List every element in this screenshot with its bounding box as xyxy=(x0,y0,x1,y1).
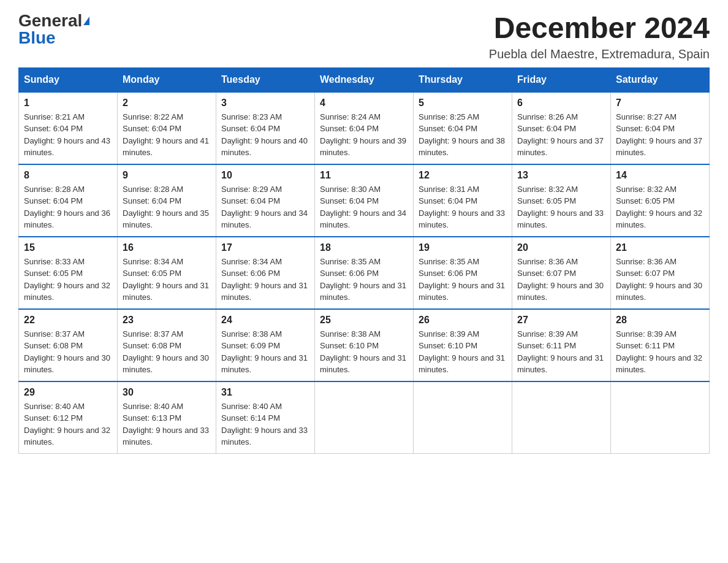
calendar-day-cell: 22 Sunrise: 8:37 AM Sunset: 6:08 PM Dayl… xyxy=(19,309,118,381)
calendar-day-cell: 27 Sunrise: 8:39 AM Sunset: 6:11 PM Dayl… xyxy=(512,309,611,381)
sunrise-label: Sunrise: 8:37 AM xyxy=(123,329,183,339)
sunrise-label: Sunrise: 8:22 AM xyxy=(123,112,183,121)
weekday-header-tuesday: Tuesday xyxy=(216,67,315,92)
sunset-label: Sunset: 6:12 PM xyxy=(24,413,83,423)
logo-blue: Blue xyxy=(18,28,56,47)
daylight-label: Daylight: 9 hours and 30 minutes. xyxy=(24,353,110,375)
day-number: 10 xyxy=(221,170,309,181)
sunrise-label: Sunrise: 8:29 AM xyxy=(221,185,282,194)
calendar-day-cell: 21 Sunrise: 8:36 AM Sunset: 6:07 PM Dayl… xyxy=(611,237,710,309)
calendar-day-cell: 3 Sunrise: 8:23 AM Sunset: 6:04 PM Dayli… xyxy=(216,92,315,164)
daylight-label: Daylight: 9 hours and 31 minutes. xyxy=(221,353,308,375)
sunrise-label: Sunrise: 8:30 AM xyxy=(320,185,381,194)
daylight-label: Daylight: 9 hours and 30 minutes. xyxy=(616,281,702,302)
calendar-day-cell: 9 Sunrise: 8:28 AM Sunset: 6:04 PM Dayli… xyxy=(118,164,216,237)
sunrise-label: Sunrise: 8:26 AM xyxy=(517,112,578,121)
logo-general: General xyxy=(18,12,82,29)
calendar-day-cell: 31 Sunrise: 8:40 AM Sunset: 6:14 PM Dayl… xyxy=(216,381,315,454)
day-info: Sunrise: 8:35 AM Sunset: 6:06 PM Dayligh… xyxy=(320,256,408,304)
calendar-week-row: 8 Sunrise: 8:28 AM Sunset: 6:04 PM Dayli… xyxy=(19,164,710,237)
sunset-label: Sunset: 6:10 PM xyxy=(320,341,379,350)
day-info: Sunrise: 8:35 AM Sunset: 6:06 PM Dayligh… xyxy=(419,256,507,304)
day-info: Sunrise: 8:29 AM Sunset: 6:04 PM Dayligh… xyxy=(221,183,309,231)
calendar-day-cell: 30 Sunrise: 8:40 AM Sunset: 6:13 PM Dayl… xyxy=(118,381,216,454)
day-info: Sunrise: 8:40 AM Sunset: 6:14 PM Dayligh… xyxy=(221,400,309,448)
day-info: Sunrise: 8:38 AM Sunset: 6:10 PM Dayligh… xyxy=(320,328,408,376)
sunrise-label: Sunrise: 8:40 AM xyxy=(221,402,282,411)
daylight-label: Daylight: 9 hours and 39 minutes. xyxy=(320,136,406,158)
logo: General Blue xyxy=(18,12,89,47)
day-number: 25 xyxy=(320,315,408,326)
calendar-day-cell: 2 Sunrise: 8:22 AM Sunset: 6:04 PM Dayli… xyxy=(118,92,216,164)
daylight-label: Daylight: 9 hours and 32 minutes. xyxy=(24,281,110,302)
title-block: December 2024 Puebla del Maestre, Extrem… xyxy=(489,12,710,61)
sunrise-label: Sunrise: 8:40 AM xyxy=(123,402,183,411)
daylight-label: Daylight: 9 hours and 33 minutes. xyxy=(221,426,308,447)
calendar-day-cell: 5 Sunrise: 8:25 AM Sunset: 6:04 PM Dayli… xyxy=(414,92,512,164)
day-number: 9 xyxy=(123,170,211,181)
calendar-week-row: 1 Sunrise: 8:21 AM Sunset: 6:04 PM Dayli… xyxy=(19,92,710,164)
day-number: 28 xyxy=(616,315,704,326)
day-info: Sunrise: 8:28 AM Sunset: 6:04 PM Dayligh… xyxy=(24,183,112,231)
calendar-day-cell xyxy=(315,381,414,454)
calendar-day-cell: 29 Sunrise: 8:40 AM Sunset: 6:12 PM Dayl… xyxy=(19,381,118,454)
calendar-day-cell: 10 Sunrise: 8:29 AM Sunset: 6:04 PM Dayl… xyxy=(216,164,315,237)
day-number: 22 xyxy=(24,315,112,326)
calendar-day-cell: 15 Sunrise: 8:33 AM Sunset: 6:05 PM Dayl… xyxy=(19,237,118,309)
day-info: Sunrise: 8:36 AM Sunset: 6:07 PM Dayligh… xyxy=(616,256,704,304)
sunset-label: Sunset: 6:04 PM xyxy=(320,124,379,133)
day-info: Sunrise: 8:22 AM Sunset: 6:04 PM Dayligh… xyxy=(123,111,211,159)
day-number: 21 xyxy=(616,242,704,253)
day-number: 13 xyxy=(517,170,605,181)
calendar-day-cell: 19 Sunrise: 8:35 AM Sunset: 6:06 PM Dayl… xyxy=(414,237,512,309)
sunset-label: Sunset: 6:08 PM xyxy=(24,341,83,350)
day-number: 12 xyxy=(419,170,507,181)
page-subtitle: Puebla del Maestre, Extremadura, Spain xyxy=(489,47,710,61)
calendar-day-cell: 4 Sunrise: 8:24 AM Sunset: 6:04 PM Dayli… xyxy=(315,92,414,164)
sunrise-label: Sunrise: 8:38 AM xyxy=(320,329,381,339)
daylight-label: Daylight: 9 hours and 34 minutes. xyxy=(221,209,308,230)
calendar-day-cell: 16 Sunrise: 8:34 AM Sunset: 6:05 PM Dayl… xyxy=(118,237,216,309)
sunrise-label: Sunrise: 8:31 AM xyxy=(419,185,479,194)
day-number: 11 xyxy=(320,170,408,181)
weekday-header-sunday: Sunday xyxy=(19,67,118,92)
sunrise-label: Sunrise: 8:28 AM xyxy=(24,185,85,194)
day-number: 24 xyxy=(221,315,309,326)
sunrise-label: Sunrise: 8:39 AM xyxy=(419,329,479,339)
calendar-day-cell: 13 Sunrise: 8:32 AM Sunset: 6:05 PM Dayl… xyxy=(512,164,611,237)
day-number: 20 xyxy=(517,242,605,253)
day-info: Sunrise: 8:34 AM Sunset: 6:06 PM Dayligh… xyxy=(221,256,309,304)
calendar-day-cell: 17 Sunrise: 8:34 AM Sunset: 6:06 PM Dayl… xyxy=(216,237,315,309)
calendar-day-cell: 1 Sunrise: 8:21 AM Sunset: 6:04 PM Dayli… xyxy=(19,92,118,164)
daylight-label: Daylight: 9 hours and 38 minutes. xyxy=(419,136,505,158)
day-number: 27 xyxy=(517,315,605,326)
weekday-header-row: SundayMondayTuesdayWednesdayThursdayFrid… xyxy=(19,67,710,92)
daylight-label: Daylight: 9 hours and 34 minutes. xyxy=(320,209,406,230)
day-number: 15 xyxy=(24,242,112,253)
day-number: 30 xyxy=(123,387,211,398)
calendar-day-cell: 20 Sunrise: 8:36 AM Sunset: 6:07 PM Dayl… xyxy=(512,237,611,309)
day-info: Sunrise: 8:32 AM Sunset: 6:05 PM Dayligh… xyxy=(517,183,605,231)
sunrise-label: Sunrise: 8:33 AM xyxy=(24,257,85,266)
day-info: Sunrise: 8:40 AM Sunset: 6:12 PM Dayligh… xyxy=(24,400,112,448)
sunrise-label: Sunrise: 8:28 AM xyxy=(123,185,183,194)
sunrise-label: Sunrise: 8:38 AM xyxy=(221,329,282,339)
day-number: 6 xyxy=(517,98,605,109)
calendar-week-row: 15 Sunrise: 8:33 AM Sunset: 6:05 PM Dayl… xyxy=(19,237,710,309)
day-info: Sunrise: 8:34 AM Sunset: 6:05 PM Dayligh… xyxy=(123,256,211,304)
daylight-label: Daylight: 9 hours and 31 minutes. xyxy=(419,353,505,375)
day-info: Sunrise: 8:38 AM Sunset: 6:09 PM Dayligh… xyxy=(221,328,309,376)
sunrise-label: Sunrise: 8:37 AM xyxy=(24,329,85,339)
page-title: December 2024 xyxy=(489,12,710,45)
sunset-label: Sunset: 6:04 PM xyxy=(123,124,181,133)
daylight-label: Daylight: 9 hours and 31 minutes. xyxy=(320,281,406,302)
day-number: 1 xyxy=(24,98,112,109)
day-info: Sunrise: 8:37 AM Sunset: 6:08 PM Dayligh… xyxy=(123,328,211,376)
calendar-day-cell xyxy=(611,381,710,454)
calendar-day-cell: 12 Sunrise: 8:31 AM Sunset: 6:04 PM Dayl… xyxy=(414,164,512,237)
day-info: Sunrise: 8:26 AM Sunset: 6:04 PM Dayligh… xyxy=(517,111,605,159)
sunset-label: Sunset: 6:04 PM xyxy=(24,196,83,205)
day-number: 5 xyxy=(419,98,507,109)
weekday-header-saturday: Saturday xyxy=(611,67,710,92)
sunset-label: Sunset: 6:04 PM xyxy=(517,124,576,133)
